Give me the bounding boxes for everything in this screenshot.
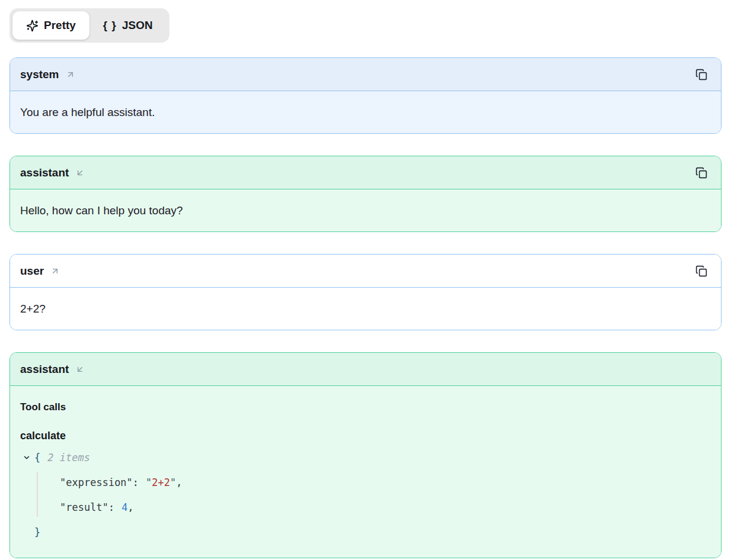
- tool-name: calculate: [20, 428, 711, 444]
- copy-icon: [695, 167, 707, 179]
- role-label: assistant: [20, 166, 69, 179]
- json-root-row: { 2 items: [23, 445, 711, 470]
- copy-button[interactable]: [694, 264, 708, 278]
- message-card-system: system You are a helpful assistant.: [9, 57, 722, 134]
- copy-button[interactable]: [694, 166, 708, 180]
- tab-pretty[interactable]: Pretty: [12, 11, 89, 40]
- json-key: result: [66, 501, 102, 513]
- copy-button[interactable]: [694, 67, 708, 82]
- message-content: Hello, how can I help you today?: [10, 189, 721, 231]
- role-label: user: [20, 265, 44, 278]
- message-header: assistant: [10, 156, 721, 189]
- json-key: expression: [66, 477, 126, 488]
- json-entry-expression: "expression":"2+2",: [23, 470, 711, 495]
- json-string-value: 2+2: [152, 475, 170, 491]
- message-card-user: user 2+2?: [9, 254, 722, 330]
- open-brace: {: [34, 450, 40, 466]
- tool-args-json-viewer: { 2 items "expression":"2+2", "result":4…: [23, 445, 711, 545]
- tab-json[interactable]: { } JSON: [89, 11, 166, 40]
- collapse-chevron-icon[interactable]: [23, 453, 31, 462]
- message-card-assistant: assistant Hello, how can I help you toda…: [9, 156, 722, 232]
- close-brace: }: [34, 524, 40, 540]
- curly-braces-icon: { }: [103, 19, 117, 32]
- role-label: system: [20, 68, 59, 81]
- arrow-up-right-icon: [50, 266, 60, 276]
- json-entries: "expression":"2+2", "result":4,: [23, 470, 711, 520]
- arrow-down-left-icon: [75, 365, 85, 374]
- arrow-down-left-icon: [75, 168, 85, 178]
- items-count-label: 2 items: [47, 450, 90, 466]
- arrow-up-right-icon: [66, 70, 75, 79]
- message-content: 2+2?: [10, 288, 721, 330]
- pretty-tab-label: Pretty: [44, 19, 76, 32]
- message-header: user: [10, 255, 721, 288]
- message-content: You are a helpful assistant.: [10, 91, 721, 133]
- sparkles-icon: [26, 20, 39, 32]
- json-entry-result: "result":4,: [23, 495, 711, 520]
- copy-icon: [695, 265, 707, 277]
- role-label: assistant: [20, 363, 69, 376]
- message-header: assistant: [10, 353, 721, 386]
- json-number-value: 4: [121, 500, 127, 516]
- message-card-assistant-tool-call: assistant Tool calls calculate { 2 items…: [9, 352, 722, 558]
- tool-calls-section: Tool calls calculate { 2 items "expressi…: [10, 386, 721, 558]
- message-header: system: [10, 58, 721, 91]
- json-tab-label: JSON: [122, 19, 153, 32]
- json-close-row: }: [23, 520, 711, 545]
- copy-icon: [695, 69, 707, 81]
- tool-calls-heading: Tool calls: [20, 399, 711, 415]
- view-mode-toggle: Pretty { } JSON: [9, 8, 169, 43]
